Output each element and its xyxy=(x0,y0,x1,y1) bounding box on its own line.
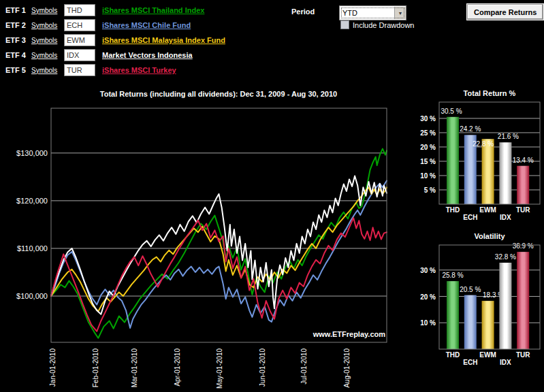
bar-value-label: 13.4 % xyxy=(513,157,534,164)
bar-y-axis-label: 20 % xyxy=(420,144,436,151)
include-drawdown-label: Include Drawdown xyxy=(353,21,415,29)
bar-value-label: 18.3 % xyxy=(483,291,504,299)
bar-y-axis-label: 15 % xyxy=(420,158,436,165)
ticker-input[interactable] xyxy=(64,49,95,61)
y-axis-label: $100,000 xyxy=(16,292,48,300)
x-axis-label: Jan-01-2010 xyxy=(49,348,57,387)
y-axis-label: $110,000 xyxy=(17,244,48,252)
ticker-input[interactable] xyxy=(64,19,95,31)
x-axis-label: Apr-01-2010 xyxy=(174,348,181,387)
bar-value-label: 32.8 % xyxy=(495,253,516,261)
include-drawdown-option: Include Drawdown xyxy=(340,20,415,29)
etf-number-label: ETF 2 xyxy=(5,21,31,29)
bar-ewm xyxy=(482,301,494,349)
symbols-link[interactable]: Symbols xyxy=(31,67,64,74)
fund-link[interactable]: Market Vectors Indonesia xyxy=(102,51,193,59)
y-axis-label: $120,000 xyxy=(16,197,48,205)
bar-category-label: ECH xyxy=(463,359,477,366)
bar-thd xyxy=(447,117,459,204)
symbols-link[interactable]: Symbols xyxy=(31,52,64,59)
bar-idx xyxy=(499,263,511,349)
etf-number-label: ETF 1 xyxy=(5,6,31,14)
bar-y-axis-label: 25 % xyxy=(420,129,436,137)
etf-number-label: ETF 4 xyxy=(5,51,31,59)
x-axis-label: Jun-01-2010 xyxy=(259,348,266,387)
ticker-input[interactable] xyxy=(64,34,95,46)
series-line-tur xyxy=(51,218,387,331)
bar-value-label: 30.5 % xyxy=(441,108,462,115)
bar-category-label: IDX xyxy=(500,214,511,221)
bar-category-label: EWM xyxy=(479,206,496,214)
chevron-down-icon[interactable]: ▼ xyxy=(394,7,406,19)
symbols-link[interactable]: Symbols xyxy=(31,37,64,44)
bar-ech xyxy=(464,135,477,204)
bar-category-label: ECH xyxy=(463,214,477,221)
bar-y-axis-label: 10 % xyxy=(420,172,436,180)
bar-category-label: THD xyxy=(446,206,460,214)
bar-value-label: 21.6 % xyxy=(498,133,519,140)
bar-value-label: 22.8 % xyxy=(473,140,494,148)
plot-frame xyxy=(439,102,540,204)
bar-category-label: TUR xyxy=(516,206,530,214)
bar-idx xyxy=(499,142,511,204)
etfreplay-app: ETF 1SymbolsiShares MSCI Thailand IndexE… xyxy=(0,0,544,392)
watermark: www.ETFreplay.com xyxy=(313,330,386,338)
bar-value-label: 25.8 % xyxy=(442,272,463,279)
series-line-thd xyxy=(51,149,387,338)
fund-link[interactable]: iShares MSCI Chile Fund xyxy=(102,21,191,29)
x-axis-label: Mar-01-2010 xyxy=(131,348,138,388)
plot-frame xyxy=(51,108,387,342)
bar-thd xyxy=(447,281,459,349)
series-line-ewm xyxy=(51,187,387,311)
ticker-input[interactable] xyxy=(64,4,95,16)
etf-row-1: ETF 1SymbolsiShares MSCI Thailand Index xyxy=(5,3,204,17)
period-selected-value: YTD xyxy=(340,9,394,17)
include-drawdown-checkbox[interactable] xyxy=(340,20,349,29)
fund-link[interactable]: iShares MSCI Turkey xyxy=(102,66,176,74)
ticker-input[interactable] xyxy=(64,64,95,76)
symbols-link[interactable]: Symbols xyxy=(31,7,64,14)
bar-y-axis-label: 20 % xyxy=(420,293,436,301)
bar-tur xyxy=(517,252,529,349)
bar-y-axis-label: 5 % xyxy=(424,186,436,194)
etf-row-2: ETF 2SymbolsiShares MSCI Chile Fund xyxy=(5,18,191,32)
symbols-link[interactable]: Symbols xyxy=(31,22,64,29)
bar-category-label: IDX xyxy=(500,359,511,366)
bar-ech xyxy=(464,295,477,349)
bar-category-label: THD xyxy=(446,351,460,359)
etf-row-3: ETF 3SymbolsiShares MSCI Malaysia Index … xyxy=(5,33,225,47)
fund-link[interactable]: iShares MSCI Malaysia Index Fund xyxy=(102,36,225,44)
compare-returns-button[interactable]: Compare Returns xyxy=(467,4,543,20)
period-select[interactable]: YTD ▼ xyxy=(339,5,406,20)
x-axis-label: Feb-01-2010 xyxy=(92,348,99,388)
etf-number-label: ETF 3 xyxy=(5,36,31,44)
bar-chart-title: Total Return % xyxy=(464,89,516,97)
etf-row-4: ETF 4SymbolsMarket Vectors Indonesia xyxy=(5,48,193,62)
bar-y-axis-label: 10 % xyxy=(420,319,436,327)
bar-y-axis-label: 30 % xyxy=(420,115,436,122)
series-line-idx xyxy=(51,176,387,314)
x-axis-label: Aug-01-2010 xyxy=(343,348,351,388)
period-label: Period xyxy=(291,7,315,16)
bar-value-label: 36.9 % xyxy=(513,242,534,250)
bar-chart-title: Volatility xyxy=(474,232,505,240)
x-axis-label: Jul-01-2010 xyxy=(300,348,308,385)
bar-ewm xyxy=(482,139,494,204)
bar-value-label: 24.2 % xyxy=(460,125,481,133)
y-axis-label: $130,000 xyxy=(16,149,48,157)
series-line-ech xyxy=(51,181,387,329)
bar-category-label: TUR xyxy=(516,351,530,359)
line-chart-title: Total Returns (including all dividends):… xyxy=(100,90,337,98)
x-axis-label: May-01-2010 xyxy=(216,348,223,389)
etf-number-label: ETF 5 xyxy=(5,66,31,74)
bar-category-label: EWM xyxy=(479,351,496,359)
bar-tur xyxy=(517,166,529,204)
bar-y-axis-label: 30 % xyxy=(420,267,436,274)
bar-value-label: 20.5 % xyxy=(460,286,481,293)
etf-row-5: ETF 5SymbolsiShares MSCI Turkey xyxy=(5,63,176,77)
fund-link[interactable]: iShares MSCI Thailand Index xyxy=(102,6,204,14)
plot-frame xyxy=(439,245,540,349)
